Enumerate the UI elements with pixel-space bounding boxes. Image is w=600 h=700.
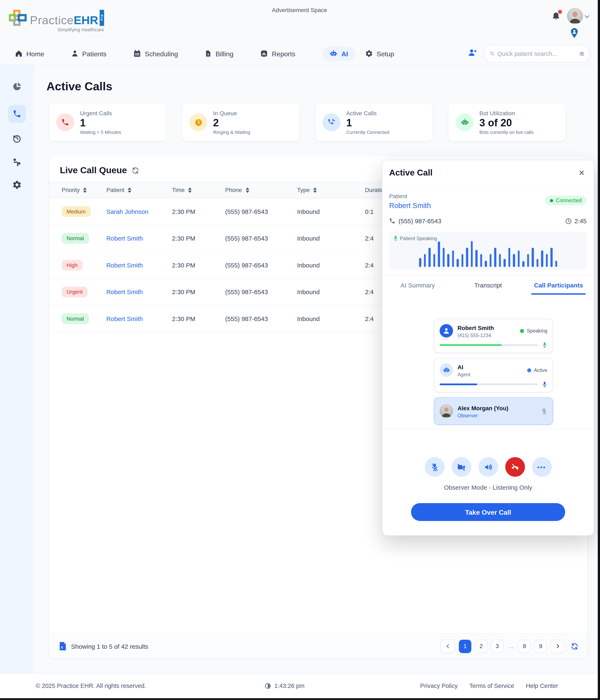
nav-billing[interactable]: $ Billing xyxy=(205,50,234,58)
pagination-refresh-button[interactable] xyxy=(571,642,579,650)
observer-mode-note: Observer Mode - Listening Only xyxy=(382,484,594,491)
link-privacy-policy[interactable]: Privacy Policy xyxy=(420,682,458,689)
phone-cell: (555) 987-6543 xyxy=(225,198,297,225)
participants-list: Robert Smith (415) 555-1234 Speaking xyxy=(434,319,553,425)
participant-name: AI xyxy=(457,364,463,370)
priority-badge: High xyxy=(62,259,82,270)
nav-setup[interactable]: Setup xyxy=(365,50,394,58)
prev-page-button[interactable] xyxy=(440,640,455,653)
next-page-button[interactable] xyxy=(550,640,565,653)
page-title: Active Calls xyxy=(47,79,113,93)
page-button[interactable]: 8 xyxy=(518,640,531,653)
sort-icon xyxy=(128,187,131,193)
waveform-bar xyxy=(433,254,435,267)
speaker-icon xyxy=(484,463,493,471)
audio-level-track xyxy=(439,344,538,346)
user-avatar[interactable] xyxy=(567,8,583,24)
type-cell: Inbound xyxy=(297,252,365,278)
patient-link[interactable]: Robert Smith xyxy=(106,288,143,295)
nav-scheduling[interactable]: Scheduling xyxy=(133,50,178,58)
sort-icon xyxy=(188,187,192,193)
footer-clock: 1:43:26 pm xyxy=(265,682,305,689)
waveform-panel: Patient Speaking xyxy=(389,232,587,270)
page-button[interactable]: 3 xyxy=(491,640,504,653)
more-options-button[interactable]: ••• xyxy=(532,457,551,477)
waveform-bar xyxy=(518,250,520,267)
notifications-button[interactable] xyxy=(551,12,561,23)
priority-badge: Normal xyxy=(62,233,89,244)
waveform-bars xyxy=(389,241,587,267)
sidebar-item-history[interactable] xyxy=(12,133,22,143)
excel-export-icon[interactable]: x xyxy=(59,642,67,651)
column-header-priority[interactable]: Priority xyxy=(62,186,106,193)
speaker-button[interactable] xyxy=(478,457,498,477)
sidebar-item-calls[interactable] xyxy=(8,105,26,123)
billing-icon: $ xyxy=(205,50,212,58)
table-footer: x Showing 1 to 5 of 42 results 1 2 3 … 8… xyxy=(49,633,588,658)
add-patient-button[interactable] xyxy=(468,48,478,59)
stat-sub: Ringing & Waiting xyxy=(213,129,250,135)
close-icon[interactable]: ✕ xyxy=(578,169,585,177)
waveform-bar xyxy=(438,242,440,267)
mute-button[interactable] xyxy=(425,457,444,477)
waveform-bar xyxy=(485,261,487,267)
patient-link[interactable]: Sarah Johnson xyxy=(106,208,148,215)
phone-cell: (555) 987-6543 xyxy=(225,278,297,305)
svg-text:x: x xyxy=(61,645,63,649)
brand-cross-icon xyxy=(9,10,27,29)
nav-ai[interactable]: AI xyxy=(322,46,355,61)
patient-link[interactable]: Robert Smith xyxy=(106,315,143,322)
link-help-center[interactable]: Help Center xyxy=(526,682,558,689)
page-button[interactable]: 2 xyxy=(475,640,487,653)
sidebar-item-connections[interactable] xyxy=(12,157,22,167)
queue-refresh-button[interactable] xyxy=(131,166,140,174)
brand-logo[interactable]: PracticeEHR Pro Simplifying Healthcare xyxy=(9,10,104,32)
time-cell: 2:30 PM xyxy=(172,305,225,332)
patient-pin-icon[interactable] xyxy=(570,28,579,40)
search-input[interactable] xyxy=(497,50,576,57)
patient-link[interactable]: Robert Smith xyxy=(106,234,143,242)
stat-value: 3 of 20 xyxy=(479,118,534,128)
page-button[interactable]: 9 xyxy=(534,640,547,653)
stat-sub: Waiting > 5 Minutes xyxy=(80,129,121,135)
nav-reports[interactable]: Reports xyxy=(260,50,295,58)
video-off-button[interactable] xyxy=(452,457,471,477)
column-header-patient[interactable]: Patient xyxy=(106,186,172,193)
participant-detail: Observer xyxy=(457,413,508,418)
waveform-bar xyxy=(522,261,524,267)
column-header-phone[interactable]: Phone xyxy=(225,186,297,193)
robot-icon xyxy=(456,114,474,131)
stat-sub: Bots currently on live calls xyxy=(479,129,534,135)
chevron-down-icon[interactable] xyxy=(584,13,590,22)
column-header-type[interactable]: Type xyxy=(297,186,365,193)
type-cell: Inbound xyxy=(297,305,365,332)
sidebar-item-analytics[interactable] xyxy=(12,82,22,92)
filter-sliders-icon[interactable] xyxy=(579,50,584,57)
page-button[interactable]: 1 xyxy=(459,640,471,653)
waveform-bar xyxy=(466,248,468,267)
nav-patients[interactable]: Patients xyxy=(71,50,106,58)
waveform-bar xyxy=(494,248,496,267)
ad-banner: Advertisement Space xyxy=(272,7,327,13)
brand-pro-badge: Pro xyxy=(99,10,104,26)
quick-search xyxy=(484,45,590,62)
tab-transcript[interactable]: Transcript xyxy=(453,275,523,295)
mic-muted-icon xyxy=(541,408,547,415)
sidebar-item-settings[interactable] xyxy=(12,180,22,190)
window-edge xyxy=(0,698,600,700)
search-icon xyxy=(490,50,495,57)
mic-icon xyxy=(542,381,547,388)
robot-icon xyxy=(329,49,338,58)
column-header-time[interactable]: Time xyxy=(172,186,225,193)
page-footer: © 2025 Practice EHR. All rights reserved… xyxy=(0,673,600,698)
tab-ai-summary[interactable]: AI Summary xyxy=(382,275,453,295)
tab-call-participants[interactable]: Call Participants xyxy=(523,275,594,295)
take-over-call-button[interactable]: Take Over Call xyxy=(411,503,565,521)
hang-up-button[interactable] xyxy=(505,457,525,477)
patient-link[interactable]: Robert Smith xyxy=(106,261,143,269)
main-nav: Home Patients Scheduling $ Billing Repor… xyxy=(0,43,600,65)
patient-name-link[interactable]: Robert Smith xyxy=(389,202,431,210)
link-terms-of-service[interactable]: Terms of Service xyxy=(469,682,514,689)
participant-card-observer[interactable]: Alex Morgan (You) Observer xyxy=(434,397,553,425)
nav-home[interactable]: Home xyxy=(15,50,44,58)
